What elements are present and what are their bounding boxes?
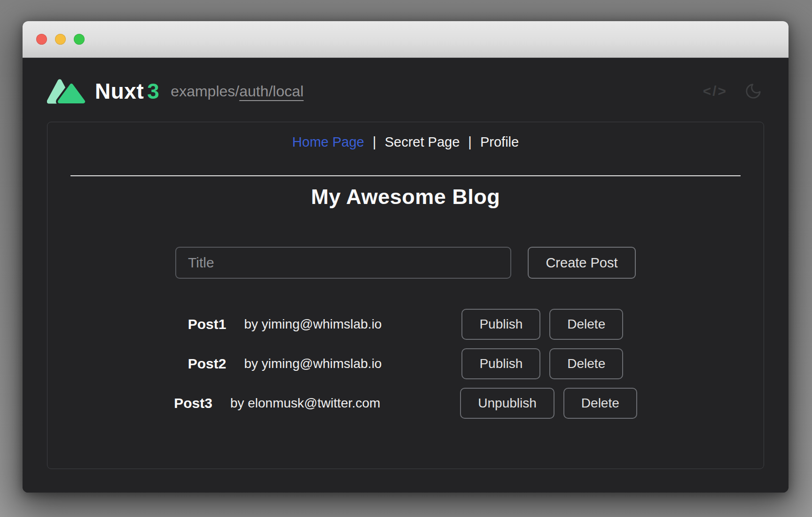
minimize-button[interactable] (55, 34, 66, 45)
theme-toggle-moon-icon[interactable] (744, 82, 762, 100)
close-button[interactable] (36, 34, 47, 45)
post-actions: Publish Delete (461, 309, 623, 340)
source-code-icon[interactable]: </> (703, 83, 727, 99)
delete-button[interactable]: Delete (549, 348, 623, 379)
post-actions: Publish Delete (461, 348, 623, 379)
create-post-button[interactable]: Create Post (528, 247, 636, 279)
app-header: Nuxt 3 examples/ auth/local </> (23, 58, 789, 122)
nav-divider (70, 175, 741, 176)
create-post-form: Create Post (47, 247, 764, 279)
post-row: Post2 by yiming@whimslab.io Publish Dele… (188, 348, 623, 379)
nav-separator: | (468, 134, 472, 149)
nuxt-brand-link[interactable]: Nuxt 3 (47, 77, 159, 105)
nav-link-secret-page[interactable]: Secret Page (385, 134, 460, 149)
brand-wordmark: Nuxt 3 (95, 78, 159, 104)
unpublish-button[interactable]: Unpublish (460, 388, 554, 419)
post-row: Post3 by elonmusk@twitter.com Unpublish … (174, 388, 637, 419)
post-byline: by yiming@whimslab.io (244, 356, 382, 371)
nav-separator: | (373, 134, 376, 149)
post-name: Post1 (188, 316, 226, 332)
delete-button[interactable]: Delete (549, 309, 623, 340)
post-name: Post2 (188, 356, 226, 372)
post-name: Post3 (174, 395, 212, 411)
page-frame: Home Page | Secret Page | Profile My Awe… (47, 122, 764, 469)
post-row: Post1 by yiming@whimslab.io Publish Dele… (188, 309, 623, 340)
zoom-button[interactable] (74, 34, 85, 45)
delete-button[interactable]: Delete (563, 388, 637, 419)
publish-button[interactable]: Publish (461, 309, 540, 340)
breadcrumb-prefix: examples/ (171, 83, 239, 100)
post-byline: by yiming@whimslab.io (244, 317, 382, 332)
window-controls (36, 34, 85, 45)
window-titlebar (23, 21, 789, 58)
header-icons: </> (703, 82, 762, 100)
post-title-input[interactable] (175, 247, 511, 279)
nuxt-logo-icon (47, 77, 87, 105)
breadcrumb: examples/ auth/local (171, 83, 304, 100)
post-actions: Unpublish Delete (460, 388, 637, 419)
brand-name: Nuxt (95, 78, 144, 104)
post-list: Post1 by yiming@whimslab.io Publish Dele… (47, 309, 764, 419)
brand-version: 3 (147, 78, 159, 104)
app-window: Nuxt 3 examples/ auth/local </> Home Pag… (23, 21, 789, 493)
post-byline: by elonmusk@twitter.com (230, 396, 380, 411)
app-content: Nuxt 3 examples/ auth/local </> Home Pag… (23, 58, 789, 493)
page-nav: Home Page | Secret Page | Profile (47, 122, 764, 150)
nav-link-profile[interactable]: Profile (480, 134, 519, 149)
page-title: My Awesome Blog (47, 185, 764, 209)
publish-button[interactable]: Publish (461, 348, 540, 379)
breadcrumb-example-link[interactable]: auth/local (239, 83, 304, 100)
nav-link-home-page[interactable]: Home Page (292, 134, 364, 149)
